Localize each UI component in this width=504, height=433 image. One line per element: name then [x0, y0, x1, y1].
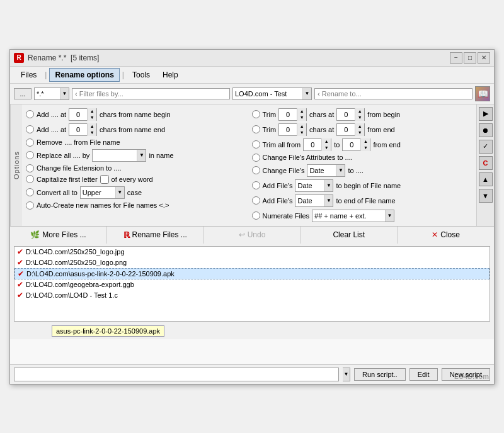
spinner-add-begin-input[interactable] [69, 110, 87, 119]
spinner-trim-all-1[interactable]: ▲ ▼ [303, 138, 331, 151]
option-numerate: Numerate Files ▼ [252, 210, 473, 222]
add-begin-combo[interactable]: ▼ [295, 179, 333, 192]
file-check-0: ✔ [17, 247, 23, 256]
radio-trim-end[interactable] [252, 125, 260, 133]
preset-value-input[interactable] [233, 90, 302, 98]
file-item-3[interactable]: ✔ D:\LO4D.com\geogebra-export.ggb [14, 279, 490, 290]
close-button[interactable]: ✕ [478, 52, 490, 64]
close-button-action[interactable]: ✕ Close [398, 227, 494, 244]
radio-trim-begin[interactable] [252, 110, 260, 118]
title-bar: R Rename *.* [5 items] − □ ✕ [10, 50, 494, 67]
spinner-add-end[interactable]: ▲ ▼ [69, 123, 97, 136]
file-item-1[interactable]: ✔ D:\LO4D.com\250x250_logo.png [14, 257, 490, 268]
radio-case[interactable] [26, 188, 34, 196]
spinner-add-begin[interactable]: ▲ ▼ [69, 108, 97, 121]
numerate-combo-input[interactable] [312, 212, 385, 220]
spin-dn-add-begin[interactable]: ▼ [88, 115, 96, 121]
check-button[interactable]: ✓ [479, 140, 493, 154]
radio-change-date[interactable] [252, 166, 260, 174]
c-button[interactable]: C [479, 156, 493, 170]
close-icon: ✕ [432, 230, 438, 239]
browse-button[interactable]: ... [14, 88, 32, 99]
case-combo[interactable]: ▼ [80, 186, 125, 199]
spinner-trim-a2-input[interactable] [343, 140, 360, 149]
preset-combo[interactable]: ▼ [232, 87, 312, 100]
option-trim-end: Trim ▲ ▼ chars at ▲ ▼ [252, 123, 473, 136]
spin-up-add-end[interactable]: ▲ [88, 123, 96, 130]
filter-value-input[interactable] [35, 90, 60, 98]
spinner-trim-all-2[interactable]: ▲ ▼ [342, 138, 370, 151]
add-end-combo[interactable]: ▼ [295, 194, 333, 207]
more-files-button[interactable]: 🌿 More Files ... [10, 227, 107, 244]
book-icon[interactable]: 📖 [475, 86, 490, 101]
radio-trim-all[interactable] [252, 140, 260, 149]
radio-add-files-begin[interactable] [252, 181, 260, 189]
menu-help[interactable]: Help [157, 68, 184, 82]
spin-up-add-begin[interactable]: ▲ [88, 108, 96, 115]
add-end-combo-input[interactable] [295, 197, 324, 205]
record-button[interactable]: ⏺ [479, 123, 493, 137]
rename-to-input[interactable] [314, 88, 472, 99]
minimize-button[interactable]: − [450, 52, 462, 64]
clear-list-button[interactable]: Clear List [301, 227, 398, 244]
menu-rename-options[interactable]: Rename options [49, 68, 119, 82]
filter-combo-arrow[interactable]: ▼ [60, 88, 69, 99]
spinner-trim-end-1[interactable]: ▲ ▼ [278, 123, 307, 136]
maximize-button[interactable]: □ [464, 52, 476, 64]
script-input-arrow[interactable]: ▼ [343, 368, 350, 381]
spinner-add-end-input[interactable] [69, 125, 87, 134]
radio-add-end[interactable] [26, 125, 34, 133]
filter-input[interactable] [72, 88, 230, 99]
toolbar: ... ▼ ▼ 📖 [10, 84, 494, 104]
case-combo-input[interactable] [81, 189, 115, 196]
replace-combo[interactable]: ▼ [92, 149, 146, 162]
checkbox-capitalize[interactable] [100, 175, 109, 184]
bottom-bar: ▼ Run script.. Edit New script LO4D.com [10, 364, 494, 384]
run-button[interactable]: ▶ [479, 107, 493, 121]
radio-remove[interactable] [26, 138, 34, 147]
script-input[interactable] [14, 368, 339, 381]
spinner-trim-begin-2[interactable]: ▲ ▼ [336, 108, 365, 121]
menu-files[interactable]: Files [15, 68, 42, 82]
menu-tools[interactable]: Tools [127, 68, 156, 82]
spinner-trim-begin-1[interactable]: ▲ ▼ [278, 108, 307, 121]
sidebar-right: ▶ ⏺ ✓ C ▲ ▼ [476, 104, 494, 226]
option-add-files-end: Add File's ▼ to end of File name [252, 194, 473, 207]
undo-button[interactable]: ↩ Undo [204, 227, 301, 244]
replace-input[interactable] [93, 152, 137, 159]
radio-capitalize[interactable] [26, 175, 34, 183]
radio-attributes[interactable] [252, 154, 260, 162]
radio-add-files-end[interactable] [252, 196, 260, 205]
date-combo[interactable]: ▼ [307, 164, 345, 177]
option-autocreate: Auto-Create new names for File names <.> [26, 201, 247, 210]
radio-numerate[interactable] [252, 211, 260, 220]
run-script-button[interactable]: Run script.. [354, 368, 406, 381]
radio-add-begin[interactable] [26, 110, 34, 118]
preset-combo-arrow[interactable]: ▼ [302, 88, 311, 99]
spinner-trim-end-2[interactable]: ▲ ▼ [336, 123, 365, 136]
radio-replace[interactable] [26, 151, 34, 159]
add-begin-combo-input[interactable] [295, 182, 324, 189]
down-button[interactable]: ▼ [479, 189, 493, 203]
options-right: Trim ▲ ▼ chars at ▲ ▼ [252, 108, 473, 222]
spinner-trim-b1-input[interactable] [279, 110, 297, 119]
rename-files-button[interactable]: ℝ Rename Files ... [107, 227, 204, 244]
up-button[interactable]: ▲ [479, 172, 493, 186]
radio-extension[interactable] [26, 164, 34, 172]
spin-dn-add-end[interactable]: ▼ [88, 130, 96, 136]
radio-autocreate[interactable] [26, 201, 34, 210]
file-item-2[interactable]: ✔ D:\LO4D.com\asus-pc-link-2-0-0-22-1509… [14, 268, 490, 279]
spinner-trim-e2-input[interactable] [337, 125, 355, 134]
app-icon: R [14, 53, 24, 63]
filter-combo[interactable]: ▼ [34, 87, 69, 100]
numerate-combo[interactable]: ▼ [312, 210, 394, 222]
spinner-trim-a1-input[interactable] [304, 140, 321, 149]
edit-button[interactable]: Edit [410, 368, 438, 381]
spinner-trim-b2-input[interactable] [337, 110, 355, 119]
spinner-trim-e1-input[interactable] [279, 125, 297, 134]
file-item-4[interactable]: ✔ D:\LO4D.com\LO4D - Test 1.c [14, 290, 490, 301]
file-item-0[interactable]: ✔ D:\LO4D.com\250x250_logo.jpg [14, 247, 490, 257]
option-trim-begin: Trim ▲ ▼ chars at ▲ ▼ [252, 108, 473, 121]
main-window: R Rename *.* [5 items] − □ ✕ Files | Ren… [9, 49, 495, 385]
date-combo-input[interactable] [307, 167, 336, 174]
